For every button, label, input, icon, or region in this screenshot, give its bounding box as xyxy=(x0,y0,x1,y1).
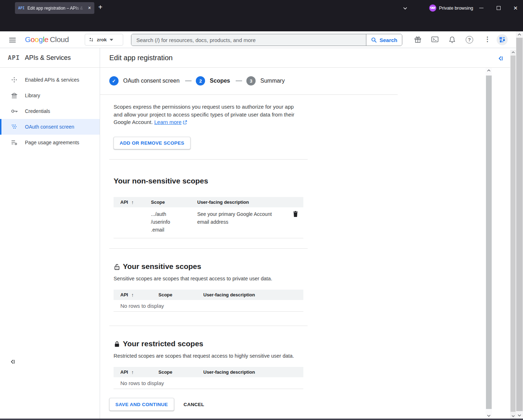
step-connector xyxy=(236,81,242,81)
sensitive-scopes-heading: Your sensitive scopes xyxy=(123,262,201,271)
sidebar-item-library[interactable]: Library xyxy=(0,88,100,103)
sidebar-item-page-usage-agreements[interactable]: Page usage agreements xyxy=(0,135,100,150)
non-sensitive-scopes-heading: Your non-sensitive scopes xyxy=(114,177,208,185)
more-options-icon[interactable]: ⋮ xyxy=(484,35,491,43)
logo-letter: g xyxy=(39,35,43,43)
window-maximize-button[interactable] xyxy=(490,0,507,16)
scroll-down-icon[interactable] xyxy=(516,414,523,416)
apis-services-logo-icon: API xyxy=(8,54,20,61)
table-header-row: API↑ Scope User-facing description xyxy=(114,197,303,207)
sort-ascending-icon: ↑ xyxy=(131,199,134,205)
tab-close-icon[interactable]: ✕ xyxy=(88,6,91,10)
intro-paragraph: Scopes express the permissions you reque… xyxy=(114,104,294,125)
step-connector xyxy=(185,81,192,81)
tab-favicon-icon: API xyxy=(18,6,25,10)
app-scrollbar[interactable] xyxy=(510,50,516,419)
step3-number[interactable]: 3 xyxy=(246,76,256,85)
search-button[interactable]: Search xyxy=(366,34,402,46)
chevron-down-icon xyxy=(110,39,113,41)
account-avatar[interactable] xyxy=(497,34,508,45)
logo-letter: o xyxy=(31,35,35,43)
consent-screen-icon xyxy=(11,124,18,130)
private-browsing-label: Private browsing xyxy=(439,5,473,11)
scopes-intro-text: Scopes express the permissions you reque… xyxy=(114,103,303,126)
sidebar-item-enabled-apis[interactable]: Enabled APIs & services xyxy=(0,72,100,88)
sidebar-header: API APIs & Services xyxy=(0,48,100,68)
scope-column-header[interactable]: Scope xyxy=(158,292,203,297)
collapse-sidebar-icon[interactable] xyxy=(10,359,15,364)
notifications-bell-icon[interactable] xyxy=(449,36,456,43)
empty-table-message: No rows to display xyxy=(114,377,303,389)
add-or-remove-scopes-button[interactable]: ADD OR REMOVE SCOPES xyxy=(114,137,190,149)
sidebar-item-label: Page usage agreements xyxy=(25,140,79,145)
gift-icon[interactable] xyxy=(414,36,422,43)
scroll-down-icon[interactable] xyxy=(486,415,492,417)
scope-table-row: .../auth /userinfo .email See your prima… xyxy=(114,207,303,238)
google-cloud-logo[interactable]: GoogleCloud xyxy=(25,35,69,44)
window-bottom-edge xyxy=(0,419,523,420)
browser-tab[interactable]: API Edit app registration – APIs & Se ✕ xyxy=(15,2,94,14)
scrollbar-thumb[interactable] xyxy=(516,38,523,411)
scroll-up-icon[interactable] xyxy=(516,33,523,36)
list-tabs-chevron-icon[interactable] xyxy=(403,6,408,11)
window-close-button[interactable]: ✕ xyxy=(507,0,523,16)
delete-scope-trash-icon[interactable] xyxy=(293,211,298,217)
scroll-up-icon[interactable] xyxy=(486,69,492,72)
save-and-continue-button[interactable]: SAVE AND CONTINUE xyxy=(109,398,174,411)
api-column-header[interactable]: API↑ xyxy=(114,369,158,375)
table-header-row: API↑ Scope User-facing description xyxy=(114,290,303,300)
step2-number[interactable]: 2 xyxy=(196,76,205,85)
project-icon xyxy=(89,37,94,42)
non-sensitive-scopes-table: API↑ Scope User-facing description .../a… xyxy=(114,197,303,238)
help-icon[interactable]: ? xyxy=(466,36,473,43)
sidebar-item-label: Library xyxy=(25,93,40,98)
sidebar-items: Enabled APIs & services Library Credenti… xyxy=(0,68,100,150)
content-scrollbar[interactable] xyxy=(486,68,492,419)
description-column-header[interactable]: User-facing description xyxy=(203,369,303,375)
navigation-toolbar: https://console.cloud.google.com/apis/cr… xyxy=(0,16,523,31)
api-header-label: API xyxy=(120,369,128,375)
step2-label[interactable]: Scopes xyxy=(210,78,230,84)
collapse-panel-icon[interactable] xyxy=(498,56,503,61)
api-header-label: API xyxy=(120,199,128,205)
project-name: zrok xyxy=(97,37,107,42)
scope-description: See your primary Google Account email ad… xyxy=(197,210,279,234)
step1-label[interactable]: OAuth consent screen xyxy=(123,78,179,84)
scroll-up-icon[interactable] xyxy=(510,51,516,53)
search-input[interactable]: Search (/) for resources, docs, products… xyxy=(131,34,366,46)
tab-title: Edit app registration – APIs & Se xyxy=(27,6,87,11)
project-selector[interactable]: zrok xyxy=(85,34,123,46)
gcp-nav-hamburger-icon[interactable] xyxy=(9,38,16,42)
scrollbar-thumb[interactable] xyxy=(511,56,516,412)
logo-cloud-text: Cloud xyxy=(50,35,69,43)
step1-check-icon[interactable]: ✓ xyxy=(109,76,119,85)
api-column-header[interactable]: API↑ xyxy=(114,199,151,205)
sidebar-item-label: Credentials xyxy=(25,108,50,114)
window-minimize-button[interactable] xyxy=(473,0,490,16)
scope-column-header[interactable]: Scope xyxy=(158,369,203,375)
scope-column-header[interactable]: Scope xyxy=(151,199,197,205)
key-icon xyxy=(11,109,18,113)
lock-closed-icon xyxy=(114,341,120,348)
description-column-header[interactable]: User-facing description xyxy=(197,199,303,205)
restricted-scopes-table: API↑ Scope User-facing description No ro… xyxy=(114,367,303,389)
cloud-shell-icon[interactable] xyxy=(431,36,439,43)
scroll-down-icon[interactable] xyxy=(510,415,516,417)
divider xyxy=(109,159,308,160)
external-link-icon xyxy=(183,120,187,125)
sidebar-item-oauth-consent-screen[interactable]: OAuth consent screen xyxy=(0,119,100,135)
sensitive-scopes-subtitle: Sensitive scopes are scopes that request… xyxy=(114,276,272,281)
scrollbar-thumb[interactable] xyxy=(486,76,492,409)
step3-label[interactable]: Summary xyxy=(260,78,284,84)
browser-scrollbar[interactable] xyxy=(516,31,523,419)
sidebar-item-label: Enabled APIs & services xyxy=(25,77,79,83)
learn-more-link[interactable]: Learn more xyxy=(154,119,182,125)
cancel-button[interactable]: CANCEL xyxy=(184,402,204,407)
library-icon xyxy=(11,92,18,99)
divider xyxy=(109,248,308,249)
api-column-header[interactable]: API↑ xyxy=(114,292,158,298)
description-column-header[interactable]: User-facing description xyxy=(203,292,303,297)
new-tab-button[interactable]: + xyxy=(98,3,103,11)
sidebar-item-credentials[interactable]: Credentials xyxy=(0,103,100,119)
scope-value: .../auth /userinfo .email xyxy=(151,210,197,234)
